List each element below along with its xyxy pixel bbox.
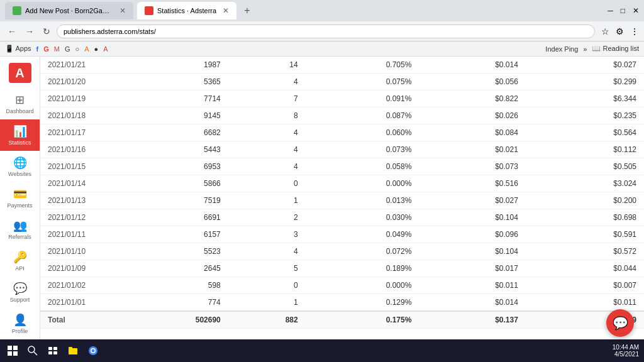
cell-cpm: $0.011 (419, 277, 525, 294)
minimize-button[interactable]: ─ (608, 6, 613, 15)
svg-rect-1 (13, 346, 18, 350)
tab-close-2[interactable]: ✕ (223, 6, 229, 15)
svg-line-5 (34, 352, 37, 355)
cell-clicks: 4 (228, 74, 306, 90)
forward-button[interactable]: → (23, 25, 36, 38)
cell-ctr: 0.091% (306, 90, 419, 107)
restore-button[interactable]: □ (621, 6, 625, 15)
sidebar-item-payments[interactable]: 💳 Payments (0, 182, 40, 214)
cell-cpm: $0.084 (419, 124, 525, 141)
cell-clicks: 3 (228, 226, 306, 243)
bookmark-more[interactable]: » (583, 45, 587, 53)
sidebar-item-profile[interactable]: 👤 Profile (0, 308, 40, 339)
back-button[interactable]: ← (5, 25, 19, 38)
cell-ctr: 0.189% (306, 260, 419, 277)
cell-impressions: 6953 (116, 158, 228, 175)
app-container: A ⊞ Dashboard 📊 Statistics 🌐 Websites 💳 … (0, 57, 644, 339)
bookmark-g2[interactable]: G (65, 45, 70, 53)
cell-ctr: 0.087% (306, 107, 419, 124)
bookmark-g1[interactable]: G (43, 45, 49, 53)
svg-point-4 (28, 346, 35, 353)
tab-favicon-2 (145, 6, 153, 15)
taskbar-left (5, 343, 101, 358)
tab-add-button[interactable]: + (240, 5, 253, 16)
cell-ctr: 0.030% (306, 209, 419, 226)
total-ctr: 0.175% (306, 311, 419, 329)
cell-date: 2021/01/01 (40, 294, 116, 312)
close-button[interactable]: ✕ (633, 6, 639, 15)
sidebar-item-api[interactable]: 🔑 API (0, 245, 40, 277)
bookmark-apps[interactable]: 📱 Apps (5, 45, 31, 53)
sidebar-item-support[interactable]: 💬 Support (0, 277, 40, 308)
sidebar: A ⊞ Dashboard 📊 Statistics 🌐 Websites 💳 … (0, 57, 40, 339)
file-explorer-button[interactable] (65, 343, 80, 358)
cell-cpm: $0.017 (419, 260, 525, 277)
cell-cpm: $0.104 (419, 243, 525, 260)
chrome-button[interactable] (86, 343, 101, 358)
svg-rect-3 (13, 351, 18, 356)
cell-impressions: 1987 (116, 57, 228, 74)
bookmark-a2[interactable]: A (103, 45, 108, 53)
cell-cpm: $0.014 (419, 57, 525, 74)
total-label: Total (40, 311, 116, 329)
cell-cpm: $0.073 (419, 158, 525, 175)
cell-revenue: $0.007 (526, 277, 644, 294)
total-clicks: 882 (228, 311, 306, 329)
task-view-button[interactable] (45, 343, 60, 358)
cell-revenue: $0.200 (526, 192, 644, 209)
cell-ctr: 0.060% (306, 124, 419, 141)
tab-close-1[interactable]: ✕ (119, 6, 126, 15)
table-row: 2021/01/01 774 1 0.129% $0.014 $0.011 (40, 294, 644, 312)
cell-date: 2021/01/20 (40, 74, 116, 90)
sidebar-label-api: API (15, 265, 25, 272)
cell-clicks: 5 (228, 260, 306, 277)
cell-cpm: $0.027 (419, 192, 525, 209)
sidebar-label-support: Support (10, 297, 30, 303)
sidebar-item-websites[interactable]: 🌐 Websites (0, 151, 40, 182)
bookmark-m[interactable]: M (54, 45, 60, 53)
cell-date: 2021/01/10 (40, 243, 116, 260)
cell-ctr: 0.000% (306, 175, 419, 192)
cell-ctr: 0.000% (306, 277, 419, 294)
menu-icon[interactable]: ⋮ (630, 26, 639, 36)
payments-icon: 💳 (13, 187, 27, 201)
sidebar-item-referrals[interactable]: 👥 Referrals (0, 214, 40, 245)
sidebar-logo: A (9, 63, 31, 83)
cell-date: 2021/01/11 (40, 226, 116, 243)
table-row: 2021/01/19 7714 7 0.091% $0.822 $6.344 (40, 90, 644, 107)
cell-impressions: 7519 (116, 192, 228, 209)
search-button[interactable] (25, 343, 40, 358)
cell-impressions: 2645 (116, 260, 228, 277)
cell-revenue: $0.011 (526, 294, 644, 312)
bookmark-reading-list[interactable]: 📖 Reading list (592, 45, 639, 53)
tab-2[interactable]: Statistics · Adsterra ✕ (137, 2, 236, 19)
chat-button[interactable]: 💬 (606, 309, 634, 337)
url-bar[interactable] (57, 25, 595, 38)
sidebar-item-dashboard[interactable]: ⊞ Dashboard (0, 88, 40, 119)
tab-1[interactable]: Add New Post · Born2Gamer.C... ✕ (5, 2, 133, 19)
bookmark-dot[interactable]: ● (94, 45, 99, 53)
cell-ctr: 0.129% (306, 294, 419, 312)
bookmark-f[interactable]: f (36, 45, 39, 53)
dashboard-icon: ⊞ (15, 93, 25, 107)
cell-revenue: $0.564 (526, 124, 644, 141)
bookmark-circle[interactable]: ○ (75, 45, 80, 53)
bookmark-star[interactable]: ☆ (601, 26, 609, 36)
chat-icon: 💬 (613, 315, 628, 331)
extensions-icon[interactable]: ⚙ (616, 26, 624, 36)
cell-impressions: 6691 (116, 209, 228, 226)
cell-impressions: 5443 (116, 141, 228, 158)
refresh-button[interactable]: ↻ (40, 25, 53, 38)
cell-revenue: $6.344 (526, 90, 644, 107)
sidebar-item-statistics[interactable]: 📊 Statistics (0, 119, 40, 151)
table-row: 2021/01/20 5365 4 0.075% $0.056 $0.299 (40, 74, 644, 90)
start-button[interactable] (5, 343, 20, 358)
cell-clicks: 0 (228, 175, 306, 192)
bookmark-a1[interactable]: A (84, 45, 89, 53)
svg-rect-0 (8, 346, 12, 350)
cell-impressions: 598 (116, 277, 228, 294)
cell-clicks: 0 (228, 277, 306, 294)
table-row: 2021/01/15 6953 4 0.058% $0.073 $0.505 (40, 158, 644, 175)
bookmark-index-ping[interactable]: Index Ping (545, 45, 578, 53)
content-area: 2021/01/21 1987 14 0.705% $0.014 $0.027 … (40, 57, 644, 339)
